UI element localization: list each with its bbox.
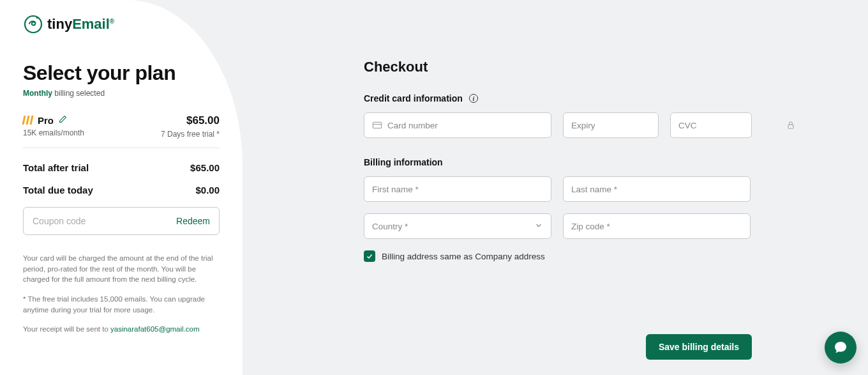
checkout-panel: Checkout Credit card information i Billi…	[243, 0, 868, 375]
coupon-input[interactable]	[33, 216, 176, 226]
svg-rect-8	[788, 125, 793, 128]
brand-mark-icon	[23, 14, 43, 34]
same-address-label: Billing address same as Company address	[382, 252, 545, 261]
billing-cycle-indicator: Monthly billing selected	[23, 89, 220, 98]
cvc-input[interactable]	[678, 121, 786, 130]
plan-subtitle: 15K emails/month	[23, 128, 84, 137]
billing-note-2: * The free trial includes 15,000 emails.…	[23, 294, 220, 315]
save-billing-button[interactable]: Save billing details	[646, 334, 752, 360]
expiry-input[interactable]	[571, 121, 679, 130]
zip-input[interactable]	[571, 222, 742, 231]
plan-name: Pro	[38, 115, 54, 126]
redeem-button[interactable]: Redeem	[176, 216, 210, 226]
card-number-field[interactable]	[364, 112, 551, 138]
svg-point-1	[36, 17, 38, 19]
total-due-today-row: Total due today $0.00	[23, 185, 220, 195]
plan-trial-note: 7 Days free trial *	[161, 130, 220, 139]
brand-wordmark: tinyEmail®	[47, 16, 114, 33]
checkout-heading: Checkout	[364, 59, 868, 75]
coupon-field[interactable]: Redeem	[23, 207, 220, 235]
expiry-field[interactable]	[563, 112, 659, 138]
receipt-email-link[interactable]: yasinarafat605@gmail.com	[110, 325, 200, 333]
chevron-down-icon	[534, 221, 543, 232]
last-name-input[interactable]	[571, 185, 742, 194]
plan-sidebar: tinyEmail® Select your plan Monthly bill…	[0, 0, 243, 375]
edit-plan-icon[interactable]	[59, 114, 67, 126]
total-after-trial-row: Total after trial $65.00	[23, 162, 220, 173]
svg-point-0	[25, 16, 41, 33]
chat-launcher[interactable]	[825, 332, 857, 364]
first-name-field[interactable]	[364, 176, 551, 202]
plan-price: $65.00	[161, 114, 220, 127]
billing-note-1: Your card will be charged the amount at …	[23, 253, 220, 285]
cc-section-label: Credit card information i	[364, 93, 868, 103]
billing-section-label: Billing information	[364, 157, 868, 167]
same-address-checkbox[interactable]	[364, 250, 375, 262]
first-name-input[interactable]	[372, 185, 543, 194]
lock-icon	[786, 121, 795, 130]
card-number-input[interactable]	[387, 121, 543, 130]
svg-rect-2	[373, 122, 381, 128]
page-title: Select your plan	[23, 61, 220, 85]
country-select[interactable]: Country *	[364, 213, 551, 239]
last-name-field[interactable]	[563, 176, 751, 202]
cvc-field[interactable]	[670, 112, 752, 138]
country-placeholder: Country *	[372, 222, 408, 231]
zip-field[interactable]	[563, 213, 751, 239]
receipt-note: Your receipt will be sent to yasinarafat…	[23, 324, 220, 335]
brand-logo: tinyEmail®	[23, 14, 220, 34]
same-address-row: Billing address same as Company address	[364, 250, 868, 262]
plan-tier-icon	[23, 116, 33, 125]
info-icon[interactable]: i	[469, 94, 478, 103]
card-icon	[372, 120, 382, 130]
selected-plan-summary: Pro 15K emails/month $65.00 7 Days free …	[23, 114, 220, 148]
